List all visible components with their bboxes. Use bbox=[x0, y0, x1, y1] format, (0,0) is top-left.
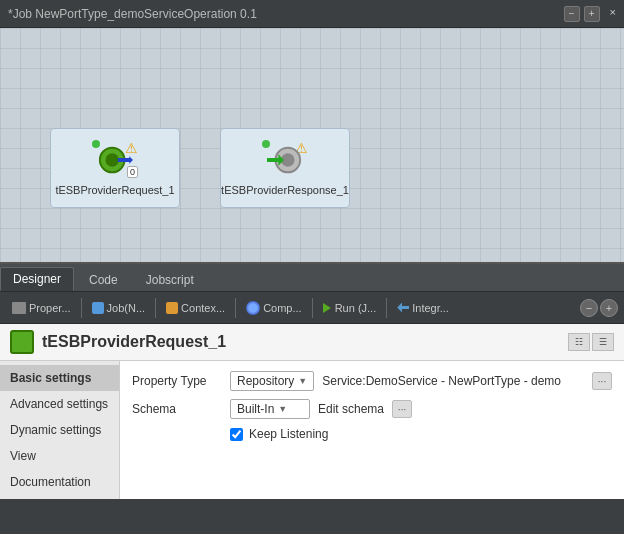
toolbar-context-button[interactable]: Contex... bbox=[160, 299, 231, 317]
window-title: *Job NewPortType_demoServiceOperation 0.… bbox=[8, 7, 564, 21]
run-icon bbox=[323, 303, 331, 313]
toolbar-comp-button[interactable]: Comp... bbox=[240, 298, 308, 318]
toolbar-integ-button[interactable]: Integr... bbox=[391, 299, 455, 317]
node-counter: 0 bbox=[127, 166, 138, 178]
property-type-value: Service:DemoService - NewPortType - demo bbox=[322, 374, 584, 388]
comp-icon bbox=[246, 301, 260, 315]
schema-row: Schema Built-In ▼ Edit schema ··· bbox=[132, 399, 612, 419]
nav-basic-settings[interactable]: Basic settings bbox=[0, 365, 119, 391]
toolbar: Proper... Job(N... Contex... Comp... Run… bbox=[0, 292, 624, 324]
view-buttons: ☷ ☰ bbox=[568, 333, 614, 351]
close-button[interactable]: × bbox=[610, 6, 616, 22]
title-bar: *Job NewPortType_demoServiceOperation 0.… bbox=[0, 0, 624, 28]
bottom-panel: tESBProviderRequest_1 ☷ ☰ Basic settings… bbox=[0, 324, 624, 499]
keep-listening-row: Keep Listening bbox=[230, 427, 612, 441]
left-nav: Basic settings Advanced settings Dynamic… bbox=[0, 361, 120, 499]
node-response-label: tESBProviderResponse_1 bbox=[221, 184, 349, 196]
edit-schema-button[interactable]: Edit schema bbox=[318, 402, 384, 416]
list-view-button[interactable]: ☰ bbox=[592, 333, 614, 351]
toolbar-sep-1 bbox=[81, 298, 82, 318]
property-type-ellipsis-button[interactable]: ··· bbox=[592, 372, 612, 390]
integ-icon bbox=[397, 303, 409, 313]
node-request-label: tESBProviderRequest_1 bbox=[55, 184, 174, 196]
minimize-button[interactable]: − bbox=[564, 6, 580, 22]
node-response-icon-area: ⚠ bbox=[260, 140, 310, 180]
canvas-area: ⚠ 0 tESBProvid bbox=[0, 28, 624, 264]
toolbar-proper-button[interactable]: Proper... bbox=[6, 299, 77, 317]
job-icon bbox=[92, 302, 104, 314]
nav-view[interactable]: View bbox=[0, 443, 119, 469]
node-request-icon-area: ⚠ 0 bbox=[90, 140, 140, 180]
schema-label: Schema bbox=[132, 402, 222, 416]
nav-advanced-settings[interactable]: Advanced settings bbox=[0, 391, 119, 417]
nav-documentation[interactable]: Documentation bbox=[0, 469, 119, 495]
toolbar-plus-button[interactable]: + bbox=[600, 299, 618, 317]
tabs-bar: Designer Code Jobscript bbox=[0, 264, 624, 292]
settings-panel: Property Type Repository ▼ Service:DemoS… bbox=[120, 361, 624, 499]
schema-dropdown[interactable]: Built-In ▼ bbox=[230, 399, 310, 419]
property-type-dropdown[interactable]: Repository ▼ bbox=[230, 371, 314, 391]
toolbar-job-button[interactable]: Job(N... bbox=[86, 299, 152, 317]
component-header: tESBProviderRequest_1 ☷ ☰ bbox=[0, 324, 624, 361]
nav-dynamic-settings[interactable]: Dynamic settings bbox=[0, 417, 119, 443]
node-request[interactable]: ⚠ 0 tESBProvid bbox=[50, 128, 180, 208]
context-icon bbox=[166, 302, 178, 314]
toolbar-sep-4 bbox=[312, 298, 313, 318]
grid-view-button[interactable]: ☷ bbox=[568, 333, 590, 351]
property-type-row: Property Type Repository ▼ Service:DemoS… bbox=[132, 371, 612, 391]
keep-listening-checkbox[interactable] bbox=[230, 428, 243, 441]
tab-designer[interactable]: Designer bbox=[0, 267, 74, 291]
component-title: tESBProviderRequest_1 bbox=[42, 333, 560, 351]
toolbar-sep-5 bbox=[386, 298, 387, 318]
window-controls: − + × bbox=[564, 6, 616, 22]
svg-point-1 bbox=[106, 153, 119, 166]
component-icon bbox=[10, 330, 34, 354]
keep-listening-label: Keep Listening bbox=[249, 427, 328, 441]
maximize-button[interactable]: + bbox=[584, 6, 600, 22]
tab-jobscript[interactable]: Jobscript bbox=[133, 267, 207, 291]
tab-code[interactable]: Code bbox=[76, 267, 131, 291]
content-area: Basic settings Advanced settings Dynamic… bbox=[0, 361, 624, 499]
toolbar-sep-2 bbox=[155, 298, 156, 318]
dropdown-arrow-1: ▼ bbox=[298, 376, 307, 386]
dropdown-arrow-2: ▼ bbox=[278, 404, 287, 414]
toolbar-sep-3 bbox=[235, 298, 236, 318]
property-type-label: Property Type bbox=[132, 374, 222, 388]
schema-ellipsis-button[interactable]: ··· bbox=[392, 400, 412, 418]
toolbar-minus-button[interactable]: − bbox=[580, 299, 598, 317]
proper-icon bbox=[12, 302, 26, 314]
toolbar-run-button[interactable]: Run (J... bbox=[317, 299, 383, 317]
node-response[interactable]: ⚠ tESBProviderResponse_1 bbox=[220, 128, 350, 208]
response-icon bbox=[267, 142, 303, 178]
